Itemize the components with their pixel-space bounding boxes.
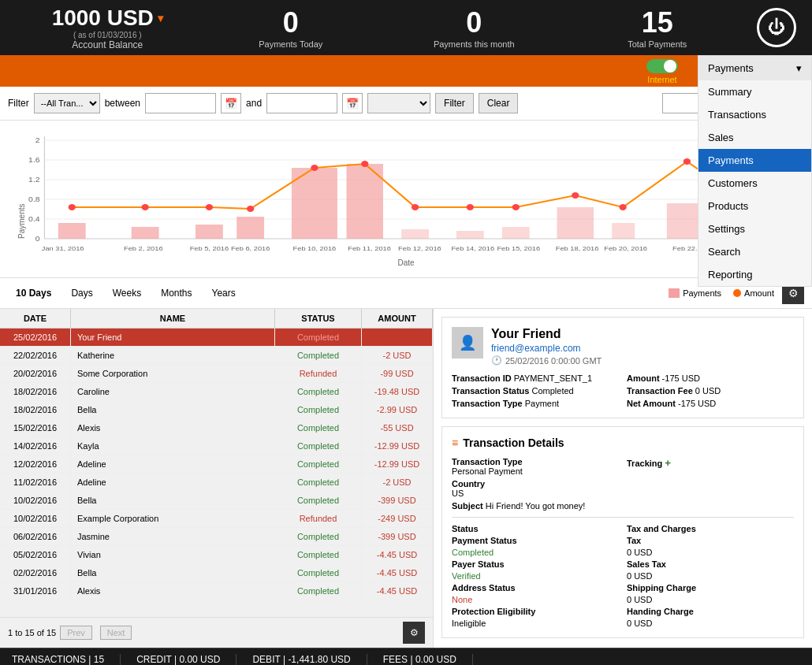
- nav-item-payments[interactable]: Payments: [698, 149, 811, 172]
- nav-item-customers[interactable]: Customers: [698, 172, 811, 195]
- calendar-to-button[interactable]: 📅: [342, 93, 363, 113]
- nav-dropdown-header[interactable]: Payments ▾: [698, 56, 811, 80]
- power-button[interactable]: ⏻: [757, 8, 796, 47]
- handing-charge-label: Handing Charge: [627, 607, 694, 616]
- cell-name: Bella: [71, 401, 275, 418]
- header: 1000 USD ▾ ( as of 01/03/2016 ) Account …: [0, 0, 812, 55]
- svg-point-32: [412, 204, 419, 210]
- footer-fees-label: FEES: [383, 654, 408, 665]
- cell-amount: -2 USD: [362, 347, 433, 364]
- filter-button[interactable]: Filter: [435, 93, 474, 113]
- amount-label: Amount: [627, 373, 660, 383]
- date-to-input[interactable]: [266, 93, 337, 113]
- table-row[interactable]: 31/01/2016 Alexis Completed -4.45 USD: [0, 582, 433, 600]
- table-row[interactable]: 12/02/2016 Adeline Completed -12.99 USD: [0, 455, 433, 474]
- tracking-add-button[interactable]: +: [665, 457, 671, 469]
- prev-button[interactable]: Prev: [60, 626, 92, 640]
- nav-item-reporting[interactable]: Reporting: [698, 263, 811, 286]
- cell-status: Refunded: [275, 510, 362, 527]
- table-row[interactable]: 25/02/2016 Your Friend Completed -175 US…: [0, 329, 433, 347]
- legend-payments-label: Payments: [683, 288, 721, 298]
- shipping-charge-value: 0 USD: [627, 595, 794, 604]
- table-row[interactable]: 11/02/2016 Adeline Completed -2 USD: [0, 474, 433, 492]
- tab-10days[interactable]: 10 Days: [8, 285, 59, 301]
- nav-item-summary[interactable]: Summary: [698, 80, 811, 103]
- payment-fields: Transaction ID PAYMENT_SENT_1 Amount -17…: [452, 373, 794, 408]
- table-row[interactable]: 02/02/2016 Bella Completed -4.45 USD: [0, 564, 433, 582]
- balance-amount-display: 1000 USD ▾: [16, 6, 199, 31]
- transaction-fee-value: 0 USD: [695, 386, 721, 396]
- cell-status: Refunded: [275, 365, 362, 382]
- tab-days[interactable]: Days: [63, 285, 100, 301]
- calendar-from-button[interactable]: 📅: [221, 93, 241, 113]
- between-label: between: [105, 98, 140, 109]
- payments-today-label: Payments Today: [199, 39, 383, 49]
- toggle-switch[interactable]: [646, 59, 678, 73]
- svg-rect-21: [502, 227, 530, 239]
- footer-transactions-count: 15: [94, 654, 104, 665]
- payment-contact-info: Your Friend friend@example.com 🕐 25/02/2…: [491, 327, 602, 366]
- tab-weeks[interactable]: Weeks: [105, 285, 149, 301]
- payment-date-value: 25/02/2016 0:00:00 GMT: [505, 356, 602, 366]
- table-row[interactable]: 20/02/2016 Some Corporation Refunded -99…: [0, 365, 433, 383]
- table-row[interactable]: 06/02/2016 Jasmine Completed -399 USD: [0, 528, 433, 546]
- cell-status: Completed: [275, 582, 362, 600]
- table-row[interactable]: 22/02/2016 Katherine Completed -2 USD: [0, 347, 433, 365]
- field-payment-status-label: Payment Status: [452, 536, 619, 545]
- orange-bar: Internet: [0, 55, 812, 87]
- payments-today-section: 0 Payments Today: [199, 6, 383, 49]
- svg-point-31: [361, 161, 368, 167]
- cell-date: 02/02/2016: [0, 564, 71, 581]
- nav-item-products[interactable]: Products: [698, 195, 811, 217]
- table-row[interactable]: 05/02/2016 Vivian Completed -4.45 USD: [0, 546, 433, 564]
- cell-amount: -399 USD: [362, 492, 433, 509]
- table-row[interactable]: 15/02/2016 Alexis Completed -55 USD: [0, 419, 433, 437]
- net-amount-label: Net Amount: [627, 399, 676, 408]
- contact-email[interactable]: friend@example.com: [491, 343, 602, 354]
- cell-status: Completed: [275, 492, 362, 509]
- pagination-bar: 1 to 15 of 15 Prev Next ⚙: [0, 617, 433, 648]
- export-button[interactable]: ⚙: [403, 622, 425, 644]
- cell-status: Completed: [275, 383, 362, 400]
- filter-extra-select[interactable]: [367, 93, 430, 113]
- date-from-input[interactable]: [145, 93, 216, 113]
- next-button[interactable]: Next: [100, 626, 132, 640]
- balance-dropdown-icon[interactable]: ▾: [158, 12, 163, 24]
- balance-label: Account Balance: [16, 39, 199, 50]
- table-row[interactable]: 14/02/2016 Kayla Completed -12.99 USD: [0, 437, 433, 455]
- status-charges-section: Status Tax and Charges Payment Status Ta…: [452, 524, 794, 628]
- col-name: NAME: [71, 309, 275, 328]
- nav-item-settings[interactable]: Settings: [698, 217, 811, 240]
- nav-item-search[interactable]: Search: [698, 240, 811, 263]
- clear-button[interactable]: Clear: [479, 93, 519, 113]
- country-value: US: [452, 489, 464, 498]
- svg-text:2: 2: [35, 136, 40, 144]
- tx-type-value: Personal Payment: [452, 466, 523, 476]
- table-row[interactable]: 10/02/2016 Example Corporation Refunded …: [0, 510, 433, 528]
- payment-date: 🕐 25/02/2016 0:00:00 GMT: [491, 355, 602, 366]
- transaction-id-value: PAYMENT_SENT_1: [514, 373, 592, 383]
- cell-name: Some Corporation: [71, 365, 275, 382]
- cell-status: Completed: [275, 455, 362, 473]
- nav-item-transactions[interactable]: Transactions: [698, 103, 811, 126]
- table-row[interactable]: 18/02/2016 Caroline Completed -19.48 USD: [0, 383, 433, 401]
- tab-years[interactable]: Years: [204, 285, 244, 301]
- svg-rect-13: [58, 223, 86, 239]
- field-transaction-id: Transaction ID PAYMENT_SENT_1: [452, 373, 619, 383]
- cell-name: Kayla: [71, 437, 275, 455]
- legend-payments: Payments: [669, 288, 721, 298]
- tab-months[interactable]: Months: [153, 285, 199, 301]
- field-subject: Subject Hi Friend! You got money!: [452, 501, 794, 511]
- svg-text:Feb 10, 2016: Feb 10, 2016: [293, 245, 337, 252]
- nav-item-sales[interactable]: Sales: [698, 126, 811, 149]
- cell-date: 18/02/2016: [0, 383, 71, 400]
- cell-amount: -4.45 USD: [362, 582, 433, 600]
- internet-toggle[interactable]: Internet: [646, 59, 678, 84]
- svg-point-37: [683, 158, 691, 165]
- table-row[interactable]: 18/02/2016 Bella Completed -2.99 USD: [0, 401, 433, 419]
- field-country: Country US: [452, 479, 619, 498]
- cell-date: 15/02/2016: [0, 419, 71, 437]
- table-row[interactable]: 10/02/2016 Bella Completed -399 USD: [0, 492, 433, 510]
- filter-type-select[interactable]: --All Tran...: [34, 93, 100, 113]
- svg-text:Jan 31, 2016: Jan 31, 2016: [42, 245, 84, 252]
